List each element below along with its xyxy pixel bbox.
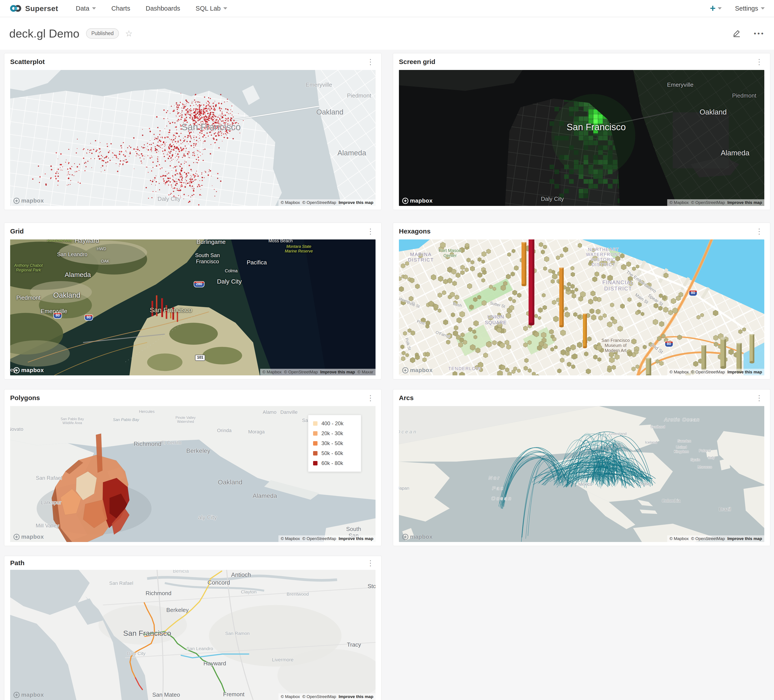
map-label: Pine St xyxy=(407,301,420,309)
superset-logo[interactable]: Superset xyxy=(9,4,58,13)
map-label: Pinole Valley Watershed xyxy=(175,415,195,424)
map-label: Oakland xyxy=(700,108,727,116)
more-options-icon[interactable]: ••• xyxy=(754,30,765,37)
attr-improve-link[interactable]: Improve this map xyxy=(339,694,373,699)
map-label: TENDERLOIN xyxy=(448,366,481,371)
route-shield: 80 xyxy=(53,313,62,319)
kebab-menu-icon[interactable]: ⋮ xyxy=(366,57,375,66)
map-label: Moraga xyxy=(248,429,265,435)
attr-improve-link[interactable]: Improve this map xyxy=(339,200,373,205)
kebab-menu-icon[interactable]: ⋮ xyxy=(754,394,764,402)
chart-title: Path xyxy=(10,559,25,567)
chart-title: Scatterplot xyxy=(10,58,45,66)
mapbox-logo[interactable]: mapbox xyxy=(402,197,433,204)
map-label: Alameda xyxy=(721,149,749,157)
legend-swatch xyxy=(313,461,318,465)
published-badge[interactable]: Published xyxy=(86,28,119,39)
map-path[interactable]: BeniciaAntiochConcordSan RafaelRichmondC… xyxy=(10,570,375,700)
map-label: San Pablo Bay xyxy=(113,417,139,422)
map-polygons[interactable]: NovatoSan Pablo Bay Wildlife AreaSan Pab… xyxy=(10,406,375,542)
mapbox-logo[interactable]: mapbox xyxy=(13,197,44,204)
kebab-menu-icon[interactable]: ⋮ xyxy=(754,227,764,236)
mapbox-logo[interactable]: mapbox xyxy=(402,533,433,540)
chart-panel-path: Path ⋮ BeniciaAntiochConcordS xyxy=(4,556,382,700)
mapbox-logo[interactable]: mapbox xyxy=(13,692,44,698)
kebab-menu-icon[interactable]: ⋮ xyxy=(366,559,375,568)
attr-improve-link[interactable]: Improve this map xyxy=(728,370,762,374)
map-screen-grid[interactable]: EmeryvillePiedmontOaklandAlamedaSan Fran… xyxy=(399,70,764,206)
kebab-menu-icon[interactable]: ⋮ xyxy=(366,394,375,402)
map-label: O c e a n xyxy=(399,429,416,435)
attr-osm[interactable]: © OpenStreetMap xyxy=(691,200,725,205)
mapbox-logo[interactable]: mapbox xyxy=(13,367,44,374)
map-label: Alameda xyxy=(337,149,366,157)
attr-mapbox[interactable]: © Mapbox xyxy=(281,536,300,541)
attr-improve-link[interactable]: Improve this map xyxy=(728,200,762,205)
map-label: HWD xyxy=(97,247,106,252)
map-label: Concord xyxy=(208,579,230,586)
map-label: Brazil xyxy=(719,507,731,512)
map-label: Main St xyxy=(634,292,649,305)
map-label: Oakland xyxy=(218,478,243,486)
attr-osm[interactable]: © OpenStreetMap xyxy=(302,694,336,699)
map-hexagons[interactable]: MARINA DISTRICTFort Mason CenterNORTHEAS… xyxy=(399,240,764,376)
attr-osm[interactable]: © OpenStreetMap xyxy=(302,200,336,205)
attr-mapbox[interactable]: © Mapbox xyxy=(670,536,689,541)
page-title: deck.gl Demo xyxy=(9,27,79,40)
map-label: Hercules xyxy=(139,409,155,414)
attr-osm[interactable]: © OpenStreetMap xyxy=(302,536,336,541)
nav-item-dashboards[interactable]: Dashboards xyxy=(146,5,180,12)
attr-mapbox[interactable]: © Mapbox xyxy=(281,694,300,699)
settings-menu[interactable]: Settings xyxy=(735,5,765,12)
edit-dashboard-icon[interactable] xyxy=(732,28,741,39)
legend-row: 60k - 80k xyxy=(313,460,359,466)
map-label: Colombia xyxy=(662,498,680,503)
attr-osm[interactable]: © OpenStreetMap xyxy=(691,370,725,374)
map-label: Berkeley xyxy=(166,607,189,614)
map-label: Hayward xyxy=(75,240,99,244)
map-label: Burlingame xyxy=(197,240,226,245)
map-label: Sweden xyxy=(678,439,691,443)
legend-swatch xyxy=(313,421,318,426)
map-scatterplot[interactable]: EmeryvillePiedmontOaklandAlamedaSan Fran… xyxy=(10,70,375,206)
map-label: Daly City xyxy=(541,196,564,202)
map-label: MARINA DISTRICT xyxy=(408,252,434,263)
attr-mapbox[interactable]: © Mapbox xyxy=(281,200,300,205)
map-label: Pacifica xyxy=(246,259,267,266)
kebab-menu-icon[interactable]: ⋮ xyxy=(366,227,375,236)
map-label: Daly City xyxy=(157,196,180,202)
map-labels: EmeryvillePiedmontOaklandAlamedaSan Fran… xyxy=(399,70,764,206)
attr-improve-link[interactable]: Improve this map xyxy=(320,370,355,374)
map-labels: Arctic OceanSvalbardGreenlandIcelandSwed… xyxy=(399,406,764,542)
map-label: Alamo xyxy=(263,409,276,415)
map-grid[interactable]: HaywardHWDSan LeandroOAKAlamedaOaklandPi… xyxy=(10,240,375,376)
chevron-down-icon xyxy=(92,7,96,10)
map-label: Sutter St xyxy=(490,301,506,309)
nav-item-data[interactable]: Data xyxy=(76,5,96,12)
map-label: Daly City xyxy=(127,651,146,656)
route-shield: 80 xyxy=(84,314,93,321)
map-label: United Kingdom xyxy=(674,445,689,454)
attr-osm[interactable]: © OpenStreetMap xyxy=(284,370,318,374)
legend-label: 400 - 20k xyxy=(321,420,344,427)
chart-panel-screen-grid: Screen grid ⋮ EmeryvillePiedmontOa xyxy=(393,53,771,210)
mapbox-logo[interactable]: mapbox xyxy=(13,533,44,540)
nav-item-sql-lab[interactable]: SQL Lab xyxy=(196,5,227,12)
favorite-star-icon[interactable]: ☆ xyxy=(125,29,132,38)
attr-maxar[interactable]: © Maxar xyxy=(357,370,373,374)
nav-item-charts[interactable]: Charts xyxy=(111,5,130,12)
map-label: Orinda xyxy=(217,428,232,433)
map-label: Daly City xyxy=(217,278,242,285)
attr-improve-link[interactable]: Improve this map xyxy=(728,536,762,541)
attr-improve-link[interactable]: Improve this map xyxy=(339,536,373,541)
attr-mapbox[interactable]: © Mapbox xyxy=(262,370,281,374)
map-label: Poland xyxy=(699,448,711,453)
new-item-button[interactable]: + xyxy=(710,3,722,13)
attr-mapbox[interactable]: © Mapbox xyxy=(670,370,689,374)
map-arcs[interactable]: Arctic OceanSvalbardGreenlandIcelandSwed… xyxy=(399,406,764,542)
attr-mapbox[interactable]: © Mapbox xyxy=(670,200,689,205)
kebab-menu-icon[interactable]: ⋮ xyxy=(754,57,764,66)
attr-osm[interactable]: © OpenStreetMap xyxy=(691,536,725,541)
mapbox-logo[interactable]: mapbox xyxy=(402,367,433,374)
legend-row: 400 - 20k xyxy=(313,420,359,427)
